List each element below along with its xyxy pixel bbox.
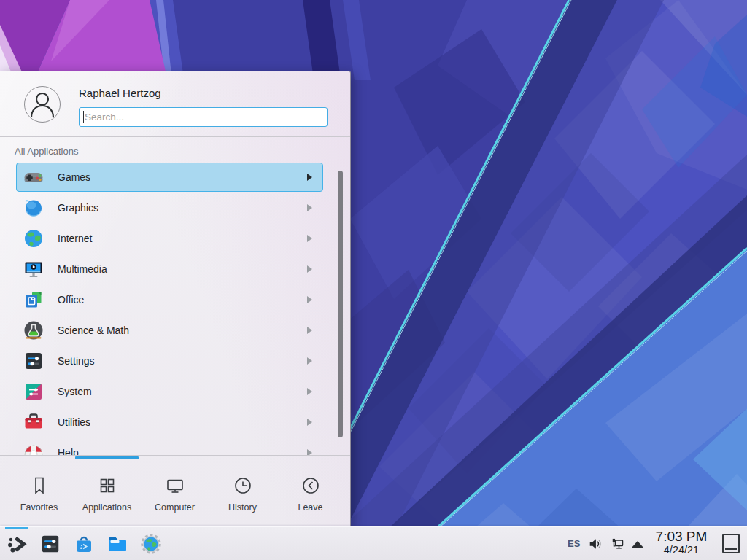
submenu-arrow-icon: [307, 204, 312, 211]
taskbar: ES 7:03 PM 4/24/21: [0, 526, 747, 560]
volume-tray-icon[interactable]: [588, 537, 603, 551]
scrollbar-thumb[interactable]: [338, 171, 343, 438]
tab-applications[interactable]: Applications: [73, 456, 141, 526]
user-name: Raphael Hertzog: [79, 87, 161, 99]
application-launcher-menu: Raphael Hertzog All Applications Games: [0, 71, 351, 526]
gamepad-icon: [22, 166, 45, 189]
lifebuoy-icon: [22, 441, 45, 455]
kde-launcher-icon: [6, 533, 28, 555]
category-games[interactable]: Games: [16, 163, 323, 192]
web-browser-launcher[interactable]: [140, 533, 162, 555]
category-science-math[interactable]: Science & Math: [16, 316, 323, 345]
submenu-arrow-icon: [307, 327, 312, 334]
category-office[interactable]: Office: [16, 285, 323, 314]
submenu-arrow-icon: [307, 174, 312, 181]
blue-sphere-icon: [22, 196, 45, 219]
globe-icon: [22, 227, 45, 250]
discover-launcher[interactable]: [73, 533, 95, 555]
section-label: All Applications: [15, 146, 78, 157]
globe-gear-icon: [140, 533, 162, 555]
tab-history[interactable]: History: [209, 456, 276, 526]
monitor-play-icon: [22, 257, 45, 281]
wired-network-icon: [610, 537, 624, 551]
tab-computer[interactable]: Computer: [141, 456, 209, 526]
clock-time: 7:03 PM: [649, 529, 713, 545]
tab-leave[interactable]: Leave: [276, 456, 344, 526]
clock-date: 4/24/21: [649, 545, 713, 556]
sliders-dark-icon: [22, 349, 45, 373]
app-launcher-button[interactable]: [6, 533, 28, 555]
category-list: Games Graphics Internet: [0, 161, 350, 455]
person-icon: [25, 87, 60, 122]
clock-icon: [232, 475, 254, 497]
system-settings-icon: [39, 533, 61, 555]
speaker-icon: [588, 537, 603, 551]
category-internet[interactable]: Internet: [16, 224, 323, 253]
digital-clock[interactable]: 7:03 PM 4/24/21: [649, 529, 713, 556]
search-input[interactable]: [79, 107, 328, 127]
show-desktop-button[interactable]: [722, 534, 740, 553]
category-multimedia[interactable]: Multimedia: [16, 254, 323, 284]
tab-favorites[interactable]: Favorites: [5, 456, 73, 526]
launcher-header: Raphael Hertzog: [0, 71, 350, 137]
submenu-arrow-icon: [307, 419, 312, 426]
submenu-arrow-icon: [307, 265, 312, 273]
active-tab-indicator: [75, 456, 139, 459]
leave-circle-icon: [300, 475, 322, 497]
network-tray-icon[interactable]: [610, 537, 624, 551]
text-cursor: [83, 111, 84, 123]
submenu-arrow-icon: [307, 357, 312, 365]
submenu-arrow-icon: [307, 235, 312, 242]
documents-icon: [22, 288, 45, 311]
folder-icon: [106, 533, 128, 555]
user-avatar[interactable]: [24, 86, 61, 122]
category-graphics[interactable]: Graphics: [16, 193, 323, 222]
software-center-bag-icon: [73, 533, 95, 555]
launcher-active-indicator: [5, 527, 28, 529]
grid-icon: [96, 475, 118, 497]
category-help[interactable]: Help: [16, 438, 323, 455]
expand-tray-arrow-icon[interactable]: [632, 541, 643, 548]
flask-icon: [22, 319, 45, 342]
submenu-arrow-icon: [307, 296, 312, 303]
monitor-icon: [164, 475, 186, 497]
submenu-arrow-icon: [307, 388, 312, 395]
category-settings[interactable]: Settings: [16, 346, 323, 376]
system-settings-launcher[interactable]: [39, 533, 61, 555]
file-manager-launcher[interactable]: [106, 533, 128, 555]
category-system[interactable]: System: [16, 377, 323, 406]
sliders-gradient-icon: [22, 380, 45, 403]
category-utilities[interactable]: Utilities: [16, 408, 323, 437]
search-field-wrap: [79, 107, 328, 127]
submenu-arrow-icon: [307, 449, 312, 455]
bookmark-icon: [28, 475, 50, 497]
keyboard-layout-indicator[interactable]: ES: [568, 538, 580, 549]
toolbox-icon: [22, 411, 45, 434]
launcher-tabbar: Favorites Applications Computer History: [0, 455, 350, 526]
